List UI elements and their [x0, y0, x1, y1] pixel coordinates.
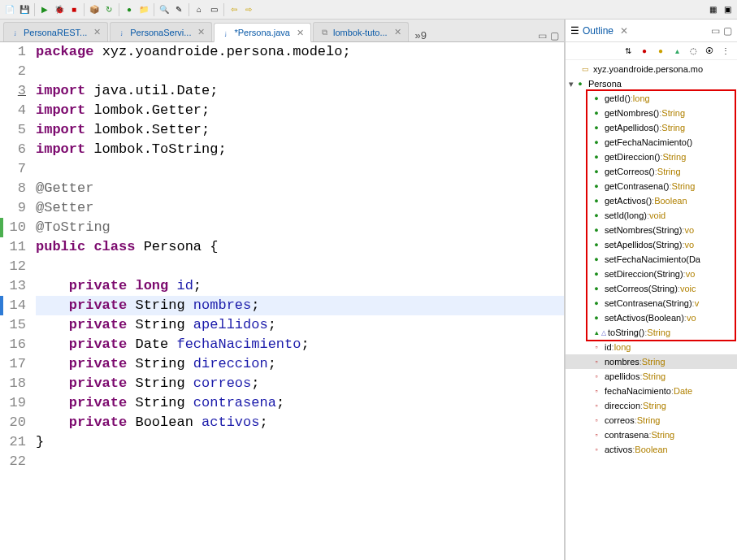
outline-method[interactable]: ●getFechaNacimiento() — [566, 135, 737, 150]
code-line[interactable]: } — [36, 432, 564, 452]
code-line[interactable]: package xyz.yoandroide.persona.modelo; — [36, 42, 564, 62]
toolbar-new-icon[interactable]: 📄 — [3, 3, 16, 16]
code-line[interactable]: private Date fechaNacimiento; — [36, 335, 564, 354]
code-line[interactable] — [36, 452, 564, 471]
code-editor[interactable]: 12345678910111213141516171819202122 pack… — [0, 42, 564, 560]
outline-class[interactable]: ▾●Persona — [566, 76, 737, 91]
maximize-icon[interactable]: ▢ — [550, 30, 559, 41]
toolbar-refresh-icon[interactable]: ↻ — [102, 3, 115, 16]
outline-menu-icon[interactable]: ⋮ — [719, 45, 732, 58]
toolbar-nav-fwd-icon[interactable]: ⇨ — [242, 3, 255, 16]
code-line[interactable] — [36, 159, 564, 179]
outline-method[interactable]: ●setCorreos(String) : voic — [566, 281, 737, 296]
outline-package[interactable]: ▭xyz.yoandroide.persona.mo — [566, 62, 737, 76]
outline-item-name: getId() — [605, 93, 631, 103]
tab-close-icon[interactable]: ✕ — [197, 27, 205, 37]
outline-filter2-icon[interactable]: ● — [654, 45, 667, 58]
outline-method-icon: ● — [592, 284, 601, 293]
toolbar-edit-icon[interactable]: ✎ — [172, 3, 185, 16]
editor-tab[interactable]: ⱼPersonaServi...✕ — [110, 22, 212, 41]
editor-tab[interactable]: ⧉lombok-tuto...✕ — [313, 22, 409, 41]
expand-icon[interactable]: ▾ — [569, 79, 574, 89]
toolbar-run-icon[interactable]: ▶ — [38, 3, 51, 16]
outline-method[interactable]: ●getApellidos() : String — [566, 120, 737, 135]
outline-method[interactable]: ●setDireccion(String) : vo — [566, 267, 737, 281]
toolbar-stop-icon[interactable]: ■ — [67, 3, 80, 16]
code-line[interactable]: public class Persona { — [36, 237, 564, 257]
toolbar-persp2-icon[interactable]: ▣ — [721, 3, 734, 16]
editor-tab[interactable]: ⱼPersonaREST...✕ — [3, 22, 108, 41]
code-line[interactable]: private String correos; — [36, 374, 564, 393]
outline-min-icon[interactable]: ▭ — [711, 25, 720, 37]
outline-field[interactable]: ▫contrasena : String — [566, 428, 737, 442]
outline-item-type: String — [661, 108, 685, 118]
code-line[interactable]: private long id; — [36, 276, 564, 296]
tab-close-icon[interactable]: ✕ — [394, 27, 401, 37]
outline-sort-icon[interactable]: ⇅ — [622, 45, 635, 58]
code-line[interactable]: @ToString — [36, 218, 564, 237]
outline-method[interactable]: ●setId(long) : void — [566, 208, 737, 223]
outline-method[interactable]: ●getCorreos() : String — [566, 164, 737, 179]
outline-method-icon: ● — [592, 225, 601, 235]
outline-item-type: vo — [687, 313, 696, 323]
outline-field[interactable]: ▫nombres : String — [566, 354, 737, 369]
code-line[interactable]: private String nombres; — [36, 296, 564, 315]
outline-method-override[interactable]: ▴△toString() : String — [566, 325, 737, 340]
tab-close-icon[interactable]: ✕ — [93, 27, 101, 37]
toolbar-build-icon[interactable]: 📦 — [88, 3, 101, 16]
outline-method[interactable]: ●setFechaNacimiento(Da — [566, 252, 737, 267]
code-line[interactable]: import lombok.Setter; — [36, 120, 564, 140]
minimize-icon[interactable]: ▭ — [538, 30, 547, 41]
outline-close-icon[interactable]: ✕ — [620, 25, 628, 37]
toolbar-persp1-icon[interactable]: ▦ — [706, 3, 719, 16]
outline-title: Outline — [583, 25, 613, 37]
outline-method[interactable]: ●getDireccion() : String — [566, 150, 737, 164]
editor-tab[interactable]: ⱼ*Persona.java✕ — [214, 23, 311, 42]
code-line[interactable]: import java.util.Date; — [36, 81, 564, 101]
tab-close-icon[interactable]: ✕ — [297, 28, 304, 38]
outline-filter4-icon[interactable]: ◌ — [687, 45, 700, 58]
outline-field[interactable]: ▫activos : Boolean — [566, 442, 737, 457]
toolbar-new-class-icon[interactable]: ● — [123, 3, 136, 16]
code-line[interactable]: private Boolean activos; — [36, 413, 564, 432]
outline-method[interactable]: ●setContrasena(String) : v — [566, 296, 737, 310]
toolbar-search-icon[interactable]: 🔍 — [158, 3, 171, 16]
toolbar-new-pkg-icon[interactable]: 📁 — [137, 3, 150, 16]
outline-tree[interactable]: ▭xyz.yoandroide.persona.mo▾●Persona●getI… — [566, 60, 737, 560]
code-line[interactable]: @Getter — [36, 179, 564, 198]
outline-filter5-icon[interactable]: ⦿ — [703, 45, 716, 58]
code-line[interactable] — [36, 257, 564, 276]
outline-max-icon[interactable]: ▢ — [723, 25, 732, 37]
toolbar-debug-icon[interactable]: 🐞 — [53, 3, 66, 16]
outline-method-icon: ● — [592, 93, 601, 103]
outline-method[interactable]: ●setNombres(String) : vo — [566, 223, 737, 237]
outline-field-icon: ▫ — [592, 415, 601, 425]
outline-method[interactable]: ●setActivos(Boolean) : vo — [566, 310, 737, 325]
outline-method[interactable]: ●setApellidos(String) : vo — [566, 237, 737, 252]
tab-overflow-indicator[interactable]: »9 — [415, 29, 427, 41]
toolbar-save-icon[interactable]: 💾 — [18, 3, 31, 16]
toolbar-misc2-icon[interactable]: ▭ — [207, 3, 220, 16]
toolbar-misc1-icon[interactable]: ⌂ — [193, 3, 206, 16]
code-line[interactable]: import lombok.ToString; — [36, 140, 564, 159]
code-line[interactable]: private String direccion; — [36, 354, 564, 374]
outline-field[interactable]: ▫apellidos : String — [566, 369, 737, 384]
outline-field[interactable]: ▫fechaNacimiento : Date — [566, 384, 737, 398]
outline-method[interactable]: ●getNombres() : String — [566, 106, 737, 120]
outline-field[interactable]: ▫id : long — [566, 340, 737, 354]
outline-method[interactable]: ●getId() : long — [566, 91, 737, 106]
outline-field[interactable]: ▫correos : String — [566, 413, 737, 428]
outline-filter3-icon[interactable]: ▴ — [670, 45, 683, 58]
outline-method[interactable]: ●getActivos() : Boolean — [566, 193, 737, 208]
outline-field[interactable]: ▫direccion : String — [566, 398, 737, 413]
code-line[interactable]: private String apellidos; — [36, 315, 564, 335]
outline-method[interactable]: ●getContrasena() : String — [566, 179, 737, 193]
code-line[interactable]: import lombok.Getter; — [36, 101, 564, 120]
outline-filter1-icon[interactable]: ● — [638, 45, 651, 58]
code-line[interactable]: private String contrasena; — [36, 393, 564, 413]
outline-method-icon: ● — [592, 254, 601, 264]
code-line[interactable]: @Setter — [36, 198, 564, 218]
outline-field-icon: ▫ — [592, 371, 601, 381]
code-line[interactable] — [36, 62, 564, 81]
toolbar-nav-back-icon[interactable]: ⇦ — [228, 3, 241, 16]
